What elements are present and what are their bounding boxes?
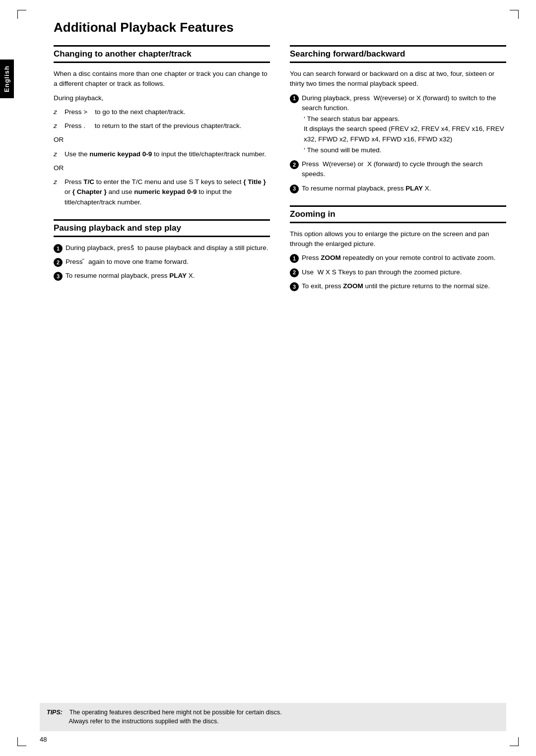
or-text-1: OR <box>54 135 270 145</box>
list-item-text: Press ZOOM repeatedly on your remote con… <box>302 253 495 263</box>
list-item: z Press . to return to the start of the … <box>54 121 270 131</box>
page-number: 48 <box>40 736 47 743</box>
section-searching: Searching forward/backward You can searc… <box>290 45 506 193</box>
bullet-z: z <box>54 149 63 159</box>
chapter-track-list-2: z Use the numeric keypad 0-9 to input th… <box>54 149 270 159</box>
during-playback-label: During playback, <box>54 93 270 103</box>
bullet-z: z <box>54 107 63 117</box>
bullet-z: z <box>54 121 63 131</box>
language-tab: English <box>0 60 14 98</box>
num-circle-1: 1 <box>290 254 299 263</box>
list-item: 3 To exit, press ZOOM until the picture … <box>290 281 506 291</box>
searching-list: 1 During playback, press W(reverse) or X… <box>290 93 506 193</box>
list-item-text: To exit, press ZOOM until the picture re… <box>302 281 490 291</box>
section-zooming: Zooming in This option allows you to enl… <box>290 205 506 291</box>
content-columns: Changing to another chapter/track When a… <box>54 45 506 303</box>
num-circle-3: 3 <box>290 185 299 193</box>
corner-mark-bl <box>17 737 26 746</box>
list-item: 2 Use W X S Tkeys to pan through the zoo… <box>290 267 506 277</box>
chapter-track-list: z Press > to go to the next chapter/trac… <box>54 107 270 131</box>
list-item-text: Press T/C to enter the T/C menu and use … <box>65 177 270 207</box>
section-zooming-intro: This option allows you to enlarge the pi… <box>290 229 506 250</box>
list-item-text: To resume normal playback, press PLAY X. <box>302 184 431 193</box>
list-item-text: Press W(reverse) or X (forward) to cycle… <box>302 159 506 180</box>
num-circle-3: 3 <box>290 282 299 291</box>
left-column: Changing to another chapter/track When a… <box>54 45 270 303</box>
or-text-2: OR <box>54 163 270 173</box>
tips-label: TIPS: <box>47 709 63 716</box>
list-item: 1 Press ZOOM repeatedly on your remote c… <box>290 253 506 263</box>
list-item-text: During playback, press W(reverse) or X (… <box>302 93 506 156</box>
section-pausing-heading: Pausing playback and step play <box>54 219 270 237</box>
page: English Additional Playback Features Cha… <box>0 0 536 756</box>
bullet-z: z <box>54 177 63 187</box>
list-item-text: Press > to go to the next chapter/track. <box>65 107 186 117</box>
list-item: z Press > to go to the next chapter/trac… <box>54 107 270 117</box>
num-circle-1: 1 <box>54 244 63 253</box>
list-item: 3 To resume normal playback, press PLAY … <box>54 271 270 281</box>
num-circle-3: 3 <box>54 272 63 281</box>
tips-text-1: The operating features described here mi… <box>69 709 282 716</box>
list-item: 2 Press W(reverse) or X (forward) to cyc… <box>290 159 506 180</box>
list-item: z Press T/C to enter the T/C menu and us… <box>54 177 270 207</box>
list-item-text: Press . to return to the start of the pr… <box>65 121 241 131</box>
list-item-text: To resume normal playback, press PLAY X. <box>66 271 195 281</box>
list-item: 1 During playback, press W(reverse) or X… <box>290 93 506 156</box>
list-item: 3 To resume normal playback, press PLAY … <box>290 184 506 193</box>
list-item-text: Use W X S Tkeys to pan through the zoome… <box>302 267 462 277</box>
list-item: 2 Press ̄ again to move one frame forwar… <box>54 257 270 267</box>
section-pausing: Pausing playback and step play 1 During … <box>54 219 270 281</box>
section-zooming-heading: Zooming in <box>290 205 506 223</box>
right-column: Searching forward/backward You can searc… <box>290 45 506 303</box>
corner-mark-br <box>510 737 519 746</box>
section-chapter-track: Changing to another chapter/track When a… <box>54 45 270 207</box>
list-item: 1 During playback, press̄ to pause playb… <box>54 243 270 253</box>
tips-box: TIPS: The operating features described h… <box>40 703 506 732</box>
num-circle-2: 2 <box>290 268 299 277</box>
pausing-list: 1 During playback, press̄ to pause playb… <box>54 243 270 281</box>
num-circle-2: 2 <box>290 160 299 169</box>
chapter-track-list-3: z Press T/C to enter the T/C menu and us… <box>54 177 270 207</box>
section-searching-intro: You can search forward or backward on a … <box>290 69 506 89</box>
num-circle-1: 1 <box>290 94 299 103</box>
section-chapter-track-intro: When a disc contains more than one chapt… <box>54 69 270 89</box>
num-circle-2: 2 <box>54 258 63 267</box>
list-item: z Use the numeric keypad 0-9 to input th… <box>54 149 270 159</box>
list-item-text: Use the numeric keypad 0-9 to input the … <box>65 149 266 159</box>
corner-mark-tl <box>17 10 26 19</box>
zooming-list: 1 Press ZOOM repeatedly on your remote c… <box>290 253 506 291</box>
list-item-text: During playback, press̄ to pause playbac… <box>66 243 268 253</box>
section-searching-heading: Searching forward/backward <box>290 45 506 63</box>
tips-text-2: Always refer to the instructions supplie… <box>68 718 218 725</box>
section-chapter-track-heading: Changing to another chapter/track <box>54 45 270 63</box>
page-title: Additional Playback Features <box>54 20 506 35</box>
list-item-text: Press ̄ again to move one frame forward. <box>66 257 189 267</box>
corner-mark-tr <box>510 10 519 19</box>
